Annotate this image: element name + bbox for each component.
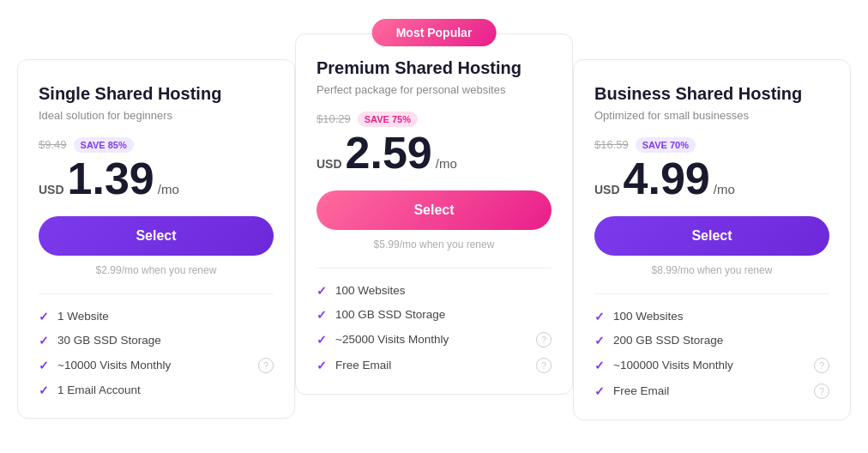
original-price: $16.59	[594, 138, 629, 151]
feature-item: ✓ 100 GB SSD Storage	[316, 308, 552, 322]
select-button-single[interactable]: Select	[39, 216, 274, 256]
plan-desc: Perfect package for personal websites	[316, 83, 552, 96]
feature-item: ✓ 200 GB SSD Storage	[594, 334, 829, 347]
plan-card-business: Business Shared Hosting Optimized for sm…	[573, 59, 851, 420]
help-icon[interactable]: ?	[536, 358, 552, 373]
help-icon[interactable]: ?	[536, 332, 552, 347]
feature-text: Free Email	[613, 384, 805, 397]
price-amount: 4.99	[624, 156, 710, 201]
feature-text: ~100000 Visits Monthly	[613, 359, 805, 371]
plan-name: Premium Shared Hosting	[316, 58, 552, 78]
check-icon: ✓	[39, 384, 49, 397]
help-icon[interactable]: ?	[258, 358, 274, 373]
check-icon: ✓	[594, 334, 605, 347]
help-icon[interactable]: ?	[814, 384, 829, 399]
renew-note: $8.99/mo when you renew	[594, 264, 829, 276]
current-price: USD 1.39 /mo	[39, 156, 274, 201]
price-amount: 1.39	[68, 156, 154, 201]
feature-text: 100 Websites	[335, 284, 552, 297]
feature-text: ~25000 Visits Monthly	[335, 333, 527, 346]
currency-label: USD	[316, 157, 342, 171]
feature-item: ✓ 100 Websites	[594, 310, 829, 323]
features-list: ✓ 100 Websites ✓ 200 GB SSD Storage ✓ ~1…	[594, 310, 829, 399]
feature-text: 100 GB SSD Storage	[335, 308, 552, 321]
help-icon[interactable]: ?	[814, 358, 829, 373]
current-price: USD 4.99 /mo	[594, 156, 829, 201]
renew-note: $5.99/mo when you renew	[316, 239, 552, 251]
most-popular-badge: Most Popular	[372, 19, 497, 46]
save-badge: SAVE 85%	[74, 137, 134, 153]
divider	[39, 293, 274, 294]
currency-label: USD	[39, 183, 64, 196]
select-button-premium[interactable]: Select	[316, 190, 552, 230]
divider	[594, 293, 829, 294]
feature-item: ✓ 1 Email Account	[39, 384, 274, 397]
feature-text: 30 GB SSD Storage	[57, 334, 274, 347]
feature-item: ✓ Free Email ?	[594, 384, 829, 399]
feature-item: ✓ 1 Website	[39, 310, 274, 323]
price-row: $9.49 SAVE 85%	[39, 137, 274, 153]
feature-item: ✓ Free Email ?	[316, 358, 552, 373]
check-icon: ✓	[316, 359, 327, 372]
check-icon: ✓	[594, 384, 605, 398]
save-badge: SAVE 75%	[358, 112, 418, 127]
feature-item: ✓ 100 Websites	[316, 284, 552, 298]
check-icon: ✓	[594, 310, 605, 323]
price-period: /mo	[714, 182, 735, 196]
plan-desc: Ideal solution for beginners	[39, 109, 274, 122]
price-row: $10.29 SAVE 75%	[316, 112, 552, 127]
price-row: $16.59 SAVE 70%	[594, 137, 829, 153]
check-icon: ✓	[594, 359, 605, 372]
feature-text: 1 Email Account	[57, 384, 274, 396]
price-amount: 2.59	[346, 130, 432, 175]
currency-label: USD	[594, 183, 620, 196]
feature-item: ✓ ~25000 Visits Monthly ?	[316, 332, 552, 347]
feature-text: Free Email	[335, 359, 527, 371]
check-icon: ✓	[316, 308, 327, 322]
feature-item: ✓ 30 GB SSD Storage	[39, 334, 274, 347]
feature-text: 200 GB SSD Storage	[613, 334, 829, 347]
price-period: /mo	[436, 156, 457, 171]
check-icon: ✓	[316, 284, 327, 298]
features-list: ✓ 100 Websites ✓ 100 GB SSD Storage ✓ ~2…	[316, 284, 552, 373]
plan-desc: Optimized for small businesses	[594, 109, 829, 122]
feature-text: 100 Websites	[613, 310, 829, 323]
check-icon: ✓	[39, 359, 49, 372]
renew-note: $2.99/mo when you renew	[39, 264, 274, 276]
features-list: ✓ 1 Website ✓ 30 GB SSD Storage ✓ ~10000…	[39, 310, 274, 397]
plan-card-single: Single Shared Hosting Ideal solution for…	[17, 59, 295, 419]
save-badge: SAVE 70%	[636, 137, 696, 153]
check-icon: ✓	[39, 334, 49, 347]
check-icon: ✓	[316, 333, 327, 347]
plan-card-premium: Most Popular Premium Shared Hosting Perf…	[295, 33, 573, 395]
plan-name: Single Shared Hosting	[39, 84, 274, 104]
original-price: $9.49	[39, 138, 67, 151]
pricing-container: Single Shared Hosting Ideal solution for…	[17, 33, 851, 420]
feature-text: ~10000 Visits Monthly	[57, 359, 250, 371]
plan-name: Business Shared Hosting	[594, 84, 829, 104]
feature-item: ✓ ~100000 Visits Monthly ?	[594, 358, 829, 373]
price-period: /mo	[158, 182, 179, 196]
current-price: USD 2.59 /mo	[316, 130, 552, 175]
check-icon: ✓	[39, 310, 49, 323]
divider	[316, 268, 552, 269]
feature-item: ✓ ~10000 Visits Monthly ?	[39, 358, 274, 373]
feature-text: 1 Website	[57, 310, 274, 323]
original-price: $10.29	[316, 112, 351, 125]
select-button-business[interactable]: Select	[594, 216, 829, 256]
